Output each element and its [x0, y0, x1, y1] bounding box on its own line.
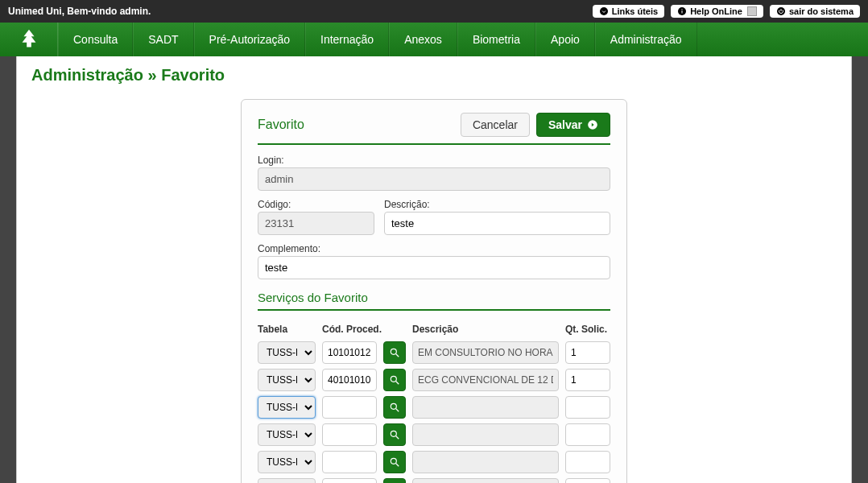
svg-line-13 [396, 436, 399, 440]
help-online-button[interactable]: Help OnLine [671, 5, 763, 18]
search-button[interactable] [383, 478, 406, 483]
search-button[interactable] [383, 451, 406, 473]
descricao-servico-input [412, 478, 559, 483]
service-row: TUSS-P [258, 341, 610, 364]
links-uteis-button[interactable]: Links úteis [593, 5, 664, 18]
qt-solic-input[interactable] [565, 478, 610, 483]
tabela-select[interactable]: TUSS-P [258, 451, 316, 473]
svg-point-10 [391, 403, 396, 409]
service-row: TUSS-P [258, 478, 610, 483]
save-button[interactable]: Salvar [536, 113, 610, 137]
tree-logo-icon [17, 27, 41, 52]
topbar: Unimed Uni, Bem-vindo admin. Links úteis… [0, 0, 868, 23]
search-icon [389, 374, 400, 386]
search-icon [389, 347, 400, 358]
descricao-servico-input [412, 396, 559, 419]
search-icon [389, 429, 400, 440]
services-header: Tabela Cód. Proced. Descrição Qt. Solic. [258, 324, 610, 335]
cod-proced-input[interactable] [322, 396, 377, 419]
search-button[interactable] [383, 341, 406, 364]
descricao-label: Descrição: [384, 199, 610, 210]
logout-button[interactable]: sair do sistema [770, 5, 860, 18]
cancel-button[interactable]: Cancelar [461, 113, 530, 137]
login-input [258, 167, 610, 191]
nav-item-administra-o[interactable]: Administração [595, 23, 697, 56]
qt-solic-input[interactable] [565, 451, 610, 473]
nav-item-consulta[interactable]: Consulta [58, 23, 133, 56]
tabela-select[interactable]: TUSS-P [258, 423, 316, 446]
codigo-input [258, 212, 374, 235]
cod-proced-input[interactable] [322, 341, 377, 364]
nav-item-anexos[interactable]: Anexos [389, 23, 457, 56]
welcome-text: Unimed Uni, Bem-vindo admin. [8, 6, 593, 17]
panel-title: Favorito [258, 118, 304, 132]
search-button[interactable] [383, 369, 406, 391]
nav-item-interna-o[interactable]: Internação [305, 23, 389, 56]
service-row: TUSS-P [258, 451, 610, 473]
complemento-input[interactable] [258, 256, 610, 279]
svg-point-12 [391, 431, 396, 436]
svg-rect-3 [682, 9, 683, 10]
svg-point-6 [391, 349, 396, 354]
search-icon [389, 402, 400, 413]
descricao-servico-input [412, 423, 559, 446]
tabela-select[interactable]: TUSS-P [258, 478, 316, 483]
favorito-panel: Favorito Cancelar Salvar Login: Código: … [241, 99, 627, 483]
svg-line-11 [396, 409, 399, 412]
service-row: TUSS-P [258, 369, 610, 391]
logo[interactable] [0, 23, 58, 56]
nav-item-biometria[interactable]: Biometria [457, 23, 535, 56]
arrow-right-circle-icon [587, 119, 598, 130]
arrow-down-circle-icon [599, 6, 609, 16]
cod-proced-input[interactable] [322, 451, 377, 473]
descricao-servico-input [412, 451, 559, 473]
cod-proced-input[interactable] [322, 478, 377, 483]
nav-item-pr-autoriza-o[interactable]: Pré-Autorização [194, 23, 305, 56]
svg-line-9 [396, 382, 399, 385]
qt-solic-input[interactable] [565, 341, 610, 364]
svg-rect-2 [682, 10, 683, 14]
navbar: ConsultaSADTPré-AutorizaçãoInternaçãoAne… [0, 23, 868, 56]
descricao-servico-input [412, 341, 559, 364]
search-button[interactable] [383, 423, 406, 446]
power-icon [776, 6, 786, 16]
svg-line-7 [396, 354, 399, 357]
info-icon [677, 6, 687, 16]
svg-point-14 [391, 458, 396, 464]
service-row: TUSS-P [258, 423, 610, 446]
codigo-label: Código: [258, 199, 374, 210]
nav-item-apoio[interactable]: Apoio [535, 23, 595, 56]
complemento-label: Complemento: [258, 243, 610, 254]
svg-point-8 [391, 376, 396, 382]
tabela-select[interactable]: TUSS-P [258, 369, 316, 391]
cod-proced-input[interactable] [322, 369, 377, 391]
breadcrumb: Administração » Favorito [31, 66, 837, 85]
login-label: Login: [258, 155, 610, 166]
search-button[interactable] [383, 396, 406, 419]
svg-point-0 [600, 7, 608, 15]
qt-solic-input[interactable] [565, 369, 610, 391]
search-icon [389, 456, 400, 468]
services-title: Serviços do Favorito [258, 291, 610, 311]
qt-solic-input[interactable] [565, 423, 610, 446]
nav-item-sadt[interactable]: SADT [133, 23, 193, 56]
service-row: TUSS-P [258, 396, 610, 419]
tabela-select[interactable]: TUSS-P [258, 396, 316, 419]
svg-line-15 [396, 464, 399, 467]
tabela-select[interactable]: TUSS-P [258, 341, 316, 364]
descricao-input[interactable] [384, 212, 610, 235]
descricao-servico-input [412, 369, 559, 391]
page-content: Administração » Favorito Favorito Cancel… [16, 56, 852, 483]
cod-proced-input[interactable] [322, 423, 377, 446]
help-checkbox[interactable] [747, 6, 757, 16]
qt-solic-input[interactable] [565, 396, 610, 419]
